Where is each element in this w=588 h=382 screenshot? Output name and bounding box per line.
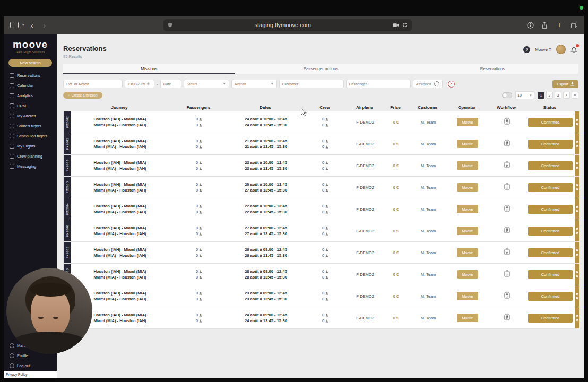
column-header[interactable]: Operator [447,103,487,111]
mission-ref-badge[interactable]: FX2084 [64,198,71,220]
info-icon[interactable] [527,22,534,29]
column-header[interactable]: Workflow [487,103,525,111]
table-row[interactable]: FX2083 Houston (IAH) - Miami (MIA) Miami… [63,155,578,177]
workflow-clipboard-icon[interactable] [504,118,510,125]
row-actions-strip[interactable] [575,198,579,220]
date-to-input[interactable] [160,80,181,88]
column-header[interactable]: Status [525,103,574,111]
assigned-filter[interactable]: Assigned [413,80,443,88]
sidebar-footer-item[interactable]: Log out [4,361,57,371]
operator-badge[interactable]: Moove [457,205,478,213]
page-size-select[interactable]: 10 ▼ [515,91,534,99]
sidebar-item[interactable]: My Aircraft [4,111,57,121]
user-name[interactable]: Moove T [535,47,551,52]
row-actions-strip[interactable] [575,307,579,328]
chevron-down-icon[interactable]: ▾ [22,23,24,27]
operator-badge[interactable]: Moove [457,227,478,235]
sidebar-item[interactable]: Crew planning [4,151,57,161]
create-mission-button[interactable]: + Create a mission [63,92,102,99]
tabs-icon[interactable] [571,22,577,28]
clear-date-icon[interactable]: ⊗ [147,82,150,86]
export-button[interactable]: Export [552,80,578,88]
privacy-policy-link[interactable]: Privacy Policy [4,371,57,378]
bell-icon[interactable] [570,46,577,53]
status-badge[interactable]: Confirmed [528,183,573,192]
status-badge[interactable]: Confirmed [528,205,573,214]
status-badge[interactable]: Confirmed [528,248,573,257]
status-badge[interactable]: Confirmed [528,118,573,127]
column-header[interactable]: Dates [228,103,302,111]
table-row[interactable]: FX2082 Houston (IAH) - Miami (MIA) Miami… [63,111,578,133]
row-actions-strip[interactable] [575,220,579,241]
next-page-button[interactable]: › [563,92,570,99]
sidebar-item[interactable]: My Flights [4,141,57,151]
table-row[interactable]: FX2088 Houston (IAH) - Miami (MIA) Miami… [63,264,578,285]
table-row[interactable]: FX2086 Houston (IAH) - Miami (MIA) Miami… [63,220,578,242]
reload-icon[interactable] [402,22,408,28]
operator-badge[interactable]: Moove [457,140,478,148]
sidebar-item[interactable]: Analytics [4,91,57,101]
workflow-clipboard-icon[interactable] [504,140,510,146]
new-tab-icon[interactable]: + [555,21,564,29]
mission-ref-badge[interactable]: FX2085 [64,242,71,263]
mission-ref-badge[interactable]: FX2081 [64,133,71,154]
table-row[interactable]: FX2080 Houston (IAH) - Miami (MIA) Miami… [63,177,578,198]
operator-badge[interactable]: Moove [457,314,478,322]
tab-missions[interactable]: Missions [63,64,235,74]
table-row[interactable]: FX2085 Houston (IAH) - Miami (MIA) Miami… [63,242,578,264]
sidebar-item[interactable]: Shared flights [4,121,57,131]
last-page-button[interactable]: » [572,92,578,99]
workflow-clipboard-icon[interactable] [504,314,510,320]
column-header[interactable]: Price [382,103,409,111]
operator-badge[interactable]: Moove [457,161,478,170]
workflow-clipboard-icon[interactable] [504,161,510,168]
avatar[interactable] [556,45,566,54]
column-header[interactable]: Crew [302,103,347,111]
mission-ref-badge[interactable]: FX2080 [64,177,71,198]
workflow-clipboard-icon[interactable] [504,248,510,255]
operator-badge[interactable]: Moove [457,292,478,300]
workflow-clipboard-icon[interactable] [504,292,510,299]
row-actions-strip[interactable] [575,285,579,307]
ref-airport-input[interactable] [63,80,123,88]
workflow-clipboard-icon[interactable] [504,205,510,212]
table-row[interactable]: FX2084 Houston (IAH) - Miami (MIA) Miami… [63,198,578,220]
table-row[interactable]: FX2089 Houston (IAH) - Miami (MIA) Miami… [63,307,578,329]
customer-input[interactable] [279,80,344,88]
status-badge[interactable]: Confirmed [528,270,573,279]
column-header[interactable]: Journey [70,103,169,111]
page-button-3[interactable]: 3 [555,92,561,99]
workflow-clipboard-icon[interactable] [504,270,510,277]
share-icon[interactable] [541,22,548,29]
column-header[interactable]: Airplane [347,103,382,111]
mission-ref-badge[interactable]: FX2083 [64,155,71,176]
sidebar-item[interactable]: Scheduled flights [4,131,57,141]
row-actions-strip[interactable] [575,155,579,176]
mission-ref-badge[interactable]: FX2082 [64,111,71,133]
sidebar-item[interactable]: Reservations [4,71,57,81]
page-button-2[interactable]: 2 [546,92,553,99]
sidebar-item[interactable]: CRM [4,101,57,111]
page-button-1[interactable]: 1 [538,92,544,99]
row-actions-strip[interactable] [575,242,579,263]
site-info-icon[interactable] [168,22,172,28]
status-badge[interactable]: Confirmed [528,314,573,323]
status-badge[interactable]: Confirmed [528,227,573,236]
new-search-button[interactable]: New search [8,59,52,67]
passenger-input[interactable] [346,80,411,88]
operator-badge[interactable]: Moove [457,248,478,257]
operator-badge[interactable]: Moove [457,183,478,192]
row-actions-strip[interactable] [575,133,579,154]
workflow-clipboard-icon[interactable] [504,227,510,233]
column-header[interactable]: Customer [409,103,447,111]
camera-icon[interactable] [393,23,399,28]
help-icon[interactable]: ? [523,46,530,53]
mission-ref-badge[interactable]: FX2086 [64,220,71,241]
status-badge[interactable]: Confirmed [528,292,573,301]
status-badge[interactable]: Confirmed [528,161,573,170]
operator-badge[interactable]: Moove [457,270,478,279]
row-actions-strip[interactable] [575,264,579,285]
back-button[interactable]: ‹ [28,21,37,29]
status-badge[interactable]: Confirmed [528,140,573,149]
date-from-input[interactable]: 13/08/2025 ⊗ [125,80,154,88]
